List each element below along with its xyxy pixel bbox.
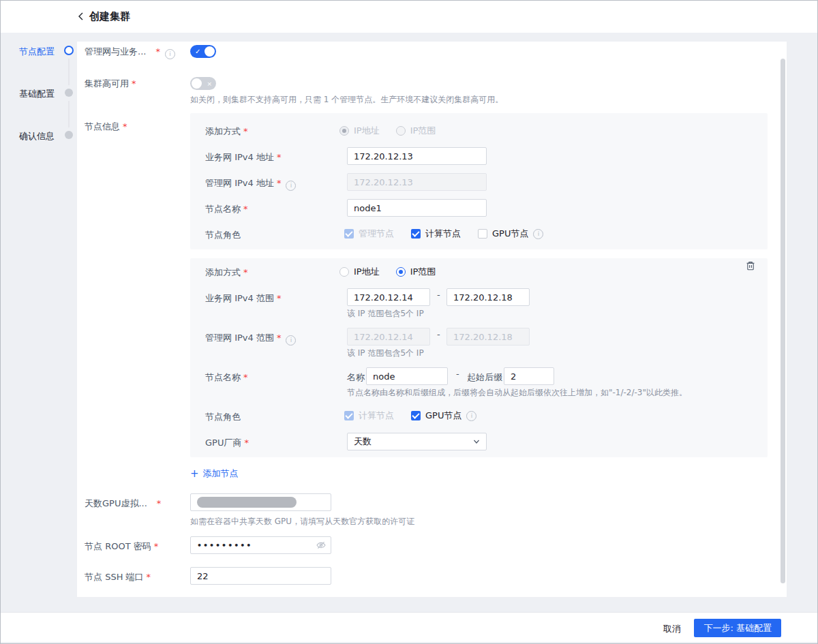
step-confirm-info-dot bbox=[65, 131, 73, 139]
radio-ip-address-label: IP地址 bbox=[354, 266, 380, 278]
add-mode-radio-group-2: IP地址 IP范围 bbox=[339, 266, 436, 278]
role-compute-checkbox[interactable] bbox=[411, 229, 421, 239]
ssh-port-label: 节点 SSH 端口* bbox=[85, 571, 151, 583]
radio-ip-range: IP范围 bbox=[396, 125, 436, 137]
mgmt-business-toggle[interactable]: ✓ bbox=[190, 45, 216, 58]
gpu-license-label: 天数GPU虚拟...* bbox=[85, 497, 161, 510]
range-separator: - bbox=[437, 329, 440, 339]
mgmt-business-label: 管理网与业务...*i bbox=[85, 46, 175, 59]
step-connector bbox=[68, 59, 70, 85]
range-separator: - bbox=[437, 290, 440, 300]
mgmt-range-from-input bbox=[347, 328, 430, 346]
required-mark: * bbox=[132, 78, 136, 89]
mgmt-range-label: 管理网 IPv4 范围*i bbox=[205, 332, 296, 346]
business-ip-label: 业务网 IPv4 地址* bbox=[205, 151, 281, 164]
step-confirm-info[interactable]: 确认信息 bbox=[19, 130, 55, 142]
page-header: 创建集群 bbox=[1, 1, 817, 33]
add-mode-label: 添加方式* bbox=[205, 266, 248, 279]
ha-help-text: 如关闭，则集群不支持高可用，只需 1 个管理节点。生产环境不建议关闭集群高可用。 bbox=[190, 94, 503, 106]
start-suffix-input[interactable] bbox=[504, 367, 554, 385]
info-icon[interactable]: i bbox=[165, 49, 175, 59]
add-node-label: 添加节点 bbox=[203, 467, 239, 480]
node-info-label: 节点信息* bbox=[85, 121, 127, 133]
info-icon[interactable]: i bbox=[466, 411, 476, 421]
step-node-config-dot bbox=[64, 46, 74, 55]
info-icon[interactable]: i bbox=[286, 181, 296, 191]
mgmt-range-to-input bbox=[446, 328, 530, 346]
role-mgmt-label: 管理节点 bbox=[359, 228, 394, 240]
add-mode-label: 添加方式* bbox=[205, 125, 248, 138]
gpu-vendor-label: GPU厂商* bbox=[205, 437, 249, 449]
role-gpu-node: GPU节点 i bbox=[478, 228, 543, 240]
add-node-button[interactable]: + 添加节点 bbox=[190, 467, 239, 480]
role-gpu-label: GPU节点 bbox=[425, 410, 461, 422]
info-icon[interactable]: i bbox=[533, 229, 543, 239]
name-prefix-input[interactable] bbox=[366, 367, 448, 385]
role-gpu-checkbox[interactable] bbox=[411, 411, 421, 420]
required-mark: * bbox=[123, 121, 127, 132]
info-icon[interactable]: i bbox=[286, 335, 296, 346]
role-gpu-label: GPU节点 bbox=[492, 228, 528, 240]
range-separator: - bbox=[456, 369, 459, 379]
step-node-config[interactable]: 节点配置 bbox=[19, 46, 55, 58]
radio-ip-address: IP地址 bbox=[339, 125, 380, 137]
node-roles-label: 节点角色 bbox=[205, 229, 241, 241]
radio-ip-range-control bbox=[396, 126, 406, 136]
start-suffix-label: 起始后缀 bbox=[467, 371, 502, 384]
ha-label: 集群高可用* bbox=[85, 78, 136, 90]
root-password-input[interactable] bbox=[190, 536, 331, 554]
chevron-down-icon bbox=[472, 438, 481, 446]
toggle-cross-icon: × bbox=[207, 80, 212, 87]
ssh-port-input[interactable] bbox=[190, 567, 331, 585]
toggle-knob bbox=[192, 78, 202, 89]
required-mark: * bbox=[155, 46, 160, 57]
role-compute-node: 计算节点 bbox=[344, 410, 394, 422]
create-cluster-page: 创建集群 节点配置 基础配置 确认信息 管理网与业务...*i ✓ 集群高可用*… bbox=[0, 0, 818, 644]
business-ip-input[interactable] bbox=[347, 147, 487, 165]
footer-bar: 取消 下一步: 基础配置 bbox=[1, 612, 817, 642]
mgmt-ip-label: 管理网 IPv4 地址*i bbox=[205, 177, 296, 191]
root-password-label: 节点 ROOT 密码* bbox=[85, 540, 158, 553]
radio-ip-range: IP范围 bbox=[396, 266, 436, 278]
scrollbar[interactable] bbox=[781, 59, 785, 583]
node-name-input[interactable] bbox=[347, 199, 487, 217]
plus-icon: + bbox=[190, 467, 199, 480]
page-title: 创建集群 bbox=[89, 10, 130, 23]
role-gpu-checkbox[interactable] bbox=[478, 229, 487, 239]
business-range-to-input[interactable] bbox=[446, 288, 530, 306]
gpu-vendor-value: 天数 bbox=[354, 435, 372, 448]
node-name-label: 节点名称* bbox=[205, 203, 248, 215]
node-name-label: 节点名称* bbox=[205, 371, 248, 384]
ha-toggle[interactable]: × bbox=[190, 77, 216, 90]
mgmt-ip-input bbox=[347, 173, 487, 191]
radio-ip-range-label: IP范围 bbox=[410, 125, 436, 137]
role-mgmt-node: 管理节点 bbox=[344, 228, 394, 240]
business-range-from-input[interactable] bbox=[347, 288, 430, 306]
mgmt-range-help: 该 IP 范围包含5个 IP bbox=[347, 348, 424, 359]
cancel-button[interactable]: 取消 bbox=[656, 620, 688, 638]
eye-off-icon[interactable] bbox=[316, 540, 327, 551]
add-mode-radio-group-1: IP地址 IP范围 bbox=[339, 125, 436, 137]
role-compute-label: 计算节点 bbox=[359, 410, 394, 422]
role-compute-label: 计算节点 bbox=[425, 228, 461, 240]
radio-ip-range-label: IP范围 bbox=[410, 266, 436, 278]
node-roles-label: 节点角色 bbox=[205, 411, 241, 423]
gpu-vendor-select[interactable]: 天数 bbox=[347, 433, 487, 450]
toggle-knob bbox=[204, 46, 215, 57]
radio-ip-address-control[interactable] bbox=[339, 267, 349, 277]
node-roles-group-2: 计算节点 GPU节点 i bbox=[344, 410, 476, 422]
role-compute-checkbox bbox=[344, 411, 354, 420]
next-step-button[interactable]: 下一步: 基础配置 bbox=[694, 619, 781, 637]
back-icon[interactable] bbox=[76, 11, 87, 22]
toggle-check-icon: ✓ bbox=[195, 48, 200, 55]
radio-ip-address-control bbox=[339, 126, 349, 136]
radio-ip-range-control[interactable] bbox=[396, 267, 406, 277]
name-prefix-label: 名称 bbox=[347, 371, 365, 384]
role-compute-node: 计算节点 bbox=[411, 228, 461, 240]
business-range-help: 该 IP 范围包含5个 IP bbox=[347, 308, 424, 320]
radio-ip-address-label: IP地址 bbox=[354, 125, 380, 137]
step-basic-config-dot bbox=[65, 89, 73, 97]
delete-node-icon[interactable] bbox=[745, 260, 756, 271]
node-roles-group-1: 管理节点 计算节点 GPU节点 i bbox=[344, 228, 543, 240]
step-basic-config[interactable]: 基础配置 bbox=[19, 88, 55, 100]
